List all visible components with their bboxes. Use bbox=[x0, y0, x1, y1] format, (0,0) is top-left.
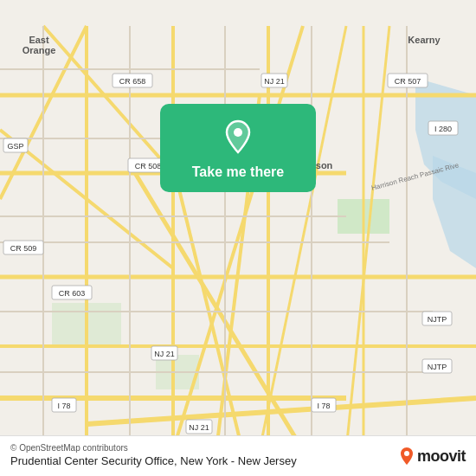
svg-text:GSP: GSP bbox=[7, 142, 23, 151]
take-me-there-button[interactable]: Take me there bbox=[192, 164, 284, 180]
svg-text:East: East bbox=[29, 35, 49, 45]
action-card[interactable]: Take me there bbox=[160, 104, 316, 192]
map-container: CR 658 NJ 21 CR 507 I 280 CR 508 GSP CR … bbox=[0, 0, 476, 476]
svg-text:CR 658: CR 658 bbox=[119, 77, 146, 86]
svg-point-67 bbox=[234, 128, 242, 137]
svg-text:CR 603: CR 603 bbox=[59, 289, 86, 298]
svg-text:I 78: I 78 bbox=[57, 402, 70, 410]
moovit-pin-icon bbox=[399, 447, 415, 466]
svg-point-68 bbox=[404, 451, 409, 456]
svg-text:NJ 21: NJ 21 bbox=[189, 423, 209, 432]
svg-text:NJTP: NJTP bbox=[428, 363, 447, 371]
svg-text:NJ 21: NJ 21 bbox=[154, 350, 175, 358]
location-label: Prudential Center Security Office, New Y… bbox=[10, 454, 466, 467]
svg-text:NJ 21: NJ 21 bbox=[264, 77, 285, 86]
moovit-logo: moovit bbox=[399, 447, 466, 466]
moovit-text: moovit bbox=[417, 447, 466, 466]
map-attribution: © OpenStreetMap contributors bbox=[10, 443, 466, 453]
pin-icon bbox=[219, 118, 257, 156]
map-background: CR 658 NJ 21 CR 507 I 280 CR 508 GSP CR … bbox=[0, 0, 476, 476]
svg-text:CR 507: CR 507 bbox=[395, 77, 421, 86]
svg-text:I 280: I 280 bbox=[434, 125, 452, 133]
svg-text:NJTP: NJTP bbox=[428, 315, 447, 324]
svg-text:I 78: I 78 bbox=[317, 402, 330, 410]
svg-text:Kearny: Kearny bbox=[408, 35, 441, 45]
svg-text:CR 509: CR 509 bbox=[10, 244, 37, 253]
svg-text:Orange: Orange bbox=[23, 45, 56, 55]
svg-text:CR 508: CR 508 bbox=[135, 162, 162, 170]
